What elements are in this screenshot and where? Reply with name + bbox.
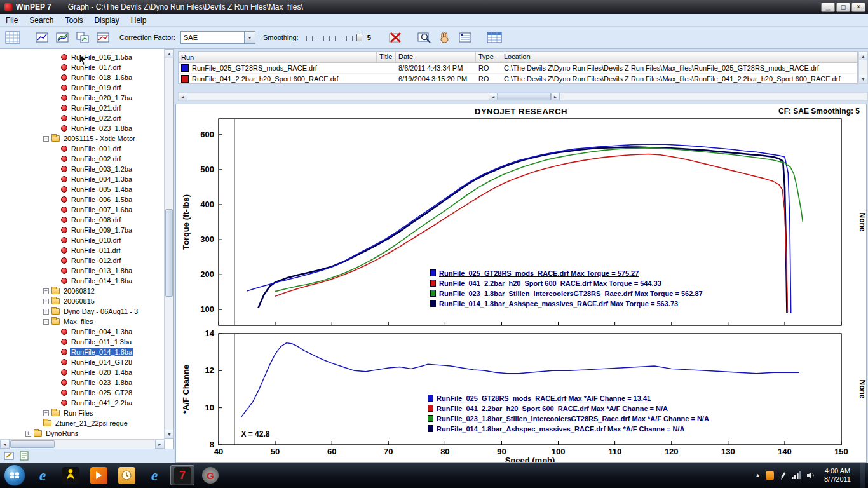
tree-item[interactable]: +Run Files	[0, 408, 165, 418]
close-button[interactable]: ✕	[851, 3, 865, 12]
tree-item[interactable]: +20060815	[0, 296, 165, 306]
column-header[interactable]: Date	[396, 52, 476, 62]
correction-factor-select[interactable]: SAE ▼	[180, 31, 255, 44]
tree-item[interactable]: RunFile_025_GT28	[0, 388, 165, 398]
tree-item[interactable]: RunFile_011.drf	[0, 245, 165, 255]
tree-item[interactable]: +Dyno Day - 06Aug11 - 3	[0, 306, 165, 316]
menu-file[interactable]: File	[0, 15, 24, 26]
channels-grid-button[interactable]	[485, 29, 503, 46]
close-graph-button[interactable]	[386, 29, 404, 46]
tile-graphs-button[interactable]	[74, 29, 92, 46]
table-row[interactable]: RunFile_025_GT28RS_mods_RACE.drf8/6/2011…	[179, 63, 857, 74]
scroll-left-icon[interactable]: ◄	[489, 93, 498, 100]
tree-item[interactable]: RunFile_004_1.3ba	[0, 174, 165, 184]
tree-item[interactable]: RunFile_004_1.3ba	[0, 327, 165, 337]
report-icon[interactable]	[19, 451, 31, 461]
tree-item[interactable]: RunFile_001.drf	[0, 144, 165, 154]
taskbar-media-player-button[interactable]	[86, 465, 111, 485]
menu-search[interactable]: Search	[24, 15, 59, 26]
tree-item[interactable]: RunFile_020_1.7ba	[0, 93, 165, 103]
taskbar-ie-button[interactable]: e	[31, 465, 55, 485]
tree-item[interactable]: RunFile_014_1.8ba	[0, 347, 165, 357]
tree-item[interactable]: RunFile_017.drf	[0, 62, 165, 72]
scroll-right-icon[interactable]: ►	[155, 440, 165, 449]
cascade-graphs-button[interactable]	[94, 29, 112, 46]
tree-item[interactable]: RunFile_023_1.8ba	[0, 123, 165, 133]
tree-item[interactable]: RunFile_013_1.8ba	[0, 266, 165, 276]
zoom-graph-button[interactable]	[416, 29, 433, 46]
tree-item[interactable]: +20060812	[0, 286, 165, 296]
expand-icon[interactable]: +	[25, 431, 31, 437]
show-desktop-button[interactable]	[860, 463, 865, 488]
table-row[interactable]: RunFile_041_2.2bar_h20_Sport 600_RACE.dr…	[179, 74, 857, 84]
column-header[interactable]: Run	[179, 52, 377, 62]
hidden-icons-button[interactable]: ▲	[755, 472, 761, 478]
tree-item[interactable]: RunFile_009_1.7ba	[0, 225, 165, 235]
clock[interactable]: 4:00 AM 8/7/2011	[824, 467, 851, 484]
tree-item[interactable]: RunFile_002.drf	[0, 154, 165, 164]
column-header[interactable]: Location	[501, 52, 857, 62]
taskbar-winpep-button[interactable]: 7	[170, 465, 194, 485]
network-icon[interactable]	[792, 471, 801, 479]
tray-app-icon[interactable]	[766, 471, 774, 480]
taskbar-ie2-button[interactable]: e	[142, 465, 166, 485]
tree-item[interactable]: Ztuner_21_22psi reque	[0, 418, 165, 428]
expand-icon[interactable]: +	[43, 309, 49, 315]
tree-item[interactable]: RunFile_012.drf	[0, 255, 165, 266]
tree-item[interactable]: +DynoRuns	[0, 428, 165, 438]
smoothing-slider[interactable]	[306, 33, 362, 42]
tree-item[interactable]: RunFile_008.drf	[0, 215, 165, 225]
collapse-icon[interactable]: −	[43, 136, 49, 142]
tree-item[interactable]: RunFile_021.drf	[0, 103, 165, 113]
graph-paper-button[interactable]	[4, 29, 22, 46]
tree-item[interactable]: RunFile_022.drf	[0, 113, 165, 123]
pan-button[interactable]	[436, 29, 454, 46]
tree-hscroll-thumb[interactable]	[10, 440, 55, 448]
edit-graph-icon[interactable]	[4, 451, 15, 461]
tree-item[interactable]: RunFile_010.drf	[0, 235, 165, 245]
tree-vscroll-thumb[interactable]	[165, 209, 173, 297]
menu-display[interactable]: Display	[88, 15, 125, 26]
table-vertical-scrollbar[interactable]: ▲ ▼	[858, 51, 868, 84]
taskbar-gtech-button[interactable]: G	[198, 465, 222, 485]
new-graph-button[interactable]	[33, 29, 51, 46]
column-header[interactable]: Type	[476, 52, 501, 62]
scroll-down-icon[interactable]: ▼	[859, 75, 867, 83]
maximize-button[interactable]: ▢	[836, 3, 850, 12]
tree-vertical-scrollbar[interactable]: ▲ ▼	[164, 49, 173, 439]
tree-item[interactable]: −Max_files	[0, 316, 165, 327]
tree-item[interactable]: RunFile_023_1.8ba	[0, 377, 165, 388]
overlay-runs-button[interactable]	[53, 29, 71, 46]
tree-item[interactable]: RunFile_003_1.2ba	[0, 164, 165, 174]
scroll-up-icon[interactable]: ▲	[859, 52, 867, 60]
tree-item[interactable]: RunFile_018_1.6ba	[0, 72, 165, 83]
tree-item[interactable]: RunFile_006_1.5ba	[0, 194, 165, 205]
taskbar-aim-button[interactable]	[58, 465, 83, 485]
tree-item[interactable]: RunFile_014_1.8ba	[0, 276, 165, 286]
expand-icon[interactable]: +	[43, 299, 49, 304]
scroll-left-icon[interactable]: ◄	[0, 440, 10, 449]
scroll-left-icon[interactable]: ◄	[179, 93, 187, 100]
collapse-icon[interactable]: −	[43, 319, 49, 325]
tree-item[interactable]: RunFile_019.drf	[0, 83, 165, 93]
menu-help[interactable]: Help	[125, 15, 153, 26]
start-button[interactable]	[4, 464, 25, 486]
scroll-up-icon[interactable]: ▲	[165, 49, 174, 58]
slider-thumb[interactable]	[356, 34, 362, 41]
minimize-button[interactable]: ▁	[821, 3, 835, 12]
hscroll-thumb[interactable]	[498, 93, 551, 100]
column-header[interactable]: Title	[377, 52, 396, 62]
table-hscrollbar[interactable]: ◄ ◄ ►	[178, 92, 868, 101]
taskbar-outlook-button[interactable]	[114, 465, 139, 485]
menu-tools[interactable]: Tools	[59, 15, 88, 26]
tree-item[interactable]: −20051115 - Xotic Motor	[0, 133, 165, 144]
tree-item[interactable]: RunFile_020_1.4ba	[0, 367, 165, 377]
scroll-right-icon[interactable]: ►	[551, 93, 560, 100]
tree-item[interactable]: RunFile_005_1.4ba	[0, 184, 165, 194]
tree-horizontal-scrollbar[interactable]: ◄ ►	[0, 439, 165, 449]
tree-item[interactable]: RunFile_007_1.6ba	[0, 205, 165, 215]
volume-icon[interactable]	[806, 471, 815, 479]
expand-icon[interactable]: +	[43, 410, 49, 416]
pen-input-icon[interactable]	[779, 471, 787, 480]
tree-item[interactable]: RunFile_011_1.3ba	[0, 337, 165, 347]
